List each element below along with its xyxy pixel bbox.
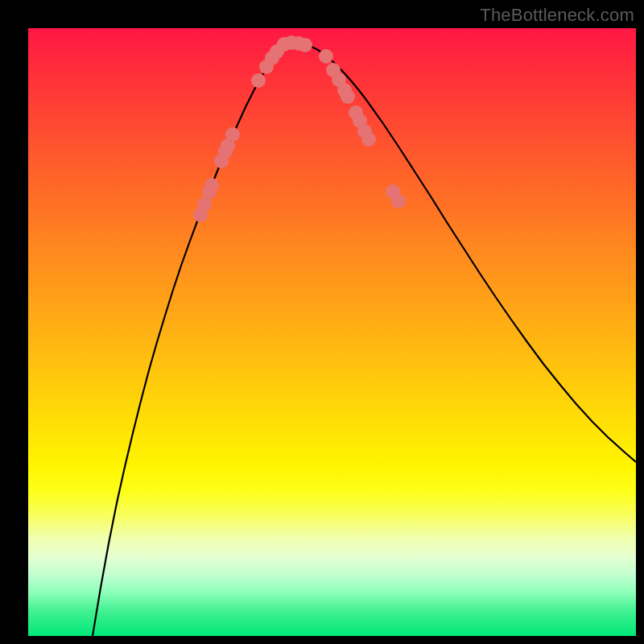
marker-dot	[204, 178, 219, 192]
marker-dot	[341, 89, 355, 104]
plot-area	[28, 28, 636, 636]
marker-dot	[225, 127, 240, 142]
marker-dot	[298, 38, 312, 52]
curve-right	[286, 43, 636, 462]
chart-svg	[28, 28, 636, 636]
curve-left	[93, 43, 286, 636]
watermark-text: TheBottleneck.com	[480, 5, 634, 26]
marker-dot	[361, 132, 376, 147]
markers-group	[193, 35, 406, 222]
marker-dot	[251, 73, 266, 88]
marker-dot	[319, 49, 333, 64]
marker-dot	[391, 194, 406, 208]
